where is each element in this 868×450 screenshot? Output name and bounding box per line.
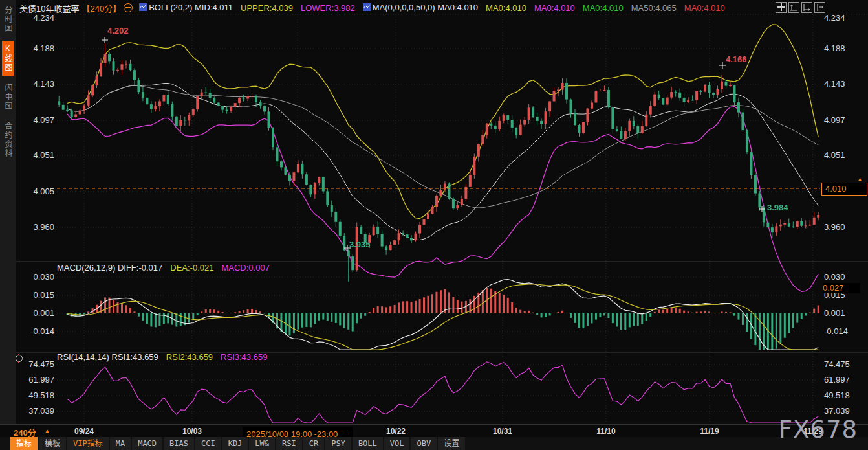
rsi-legend-text: RSI2:43.659 (166, 352, 213, 362)
sidebar-item-tab[interactable]: 闪电图 (2, 80, 14, 114)
move-icon[interactable] (776, 2, 787, 13)
legend-segment: UPPER:4.039 (241, 3, 293, 13)
legend-segment: BOLL(20,2) MID:4.011 (139, 3, 233, 12)
price-axis-label: 4.234 (17, 13, 54, 23)
toolbar-button-bias[interactable]: BIAS (164, 437, 194, 450)
shift-right-icon[interactable] (814, 2, 825, 13)
toolbar-button-ma[interactable]: MA (110, 437, 131, 450)
price-axis-label: 4.097 (824, 115, 864, 125)
rsi-axis-label: 74.475 (17, 359, 54, 369)
macd-axis-label: 0.001 (17, 308, 54, 318)
toolbar-button-cr[interactable]: CR (303, 437, 324, 450)
time-tick-label: 10/03 (182, 427, 202, 436)
time-tick-label: 11/10 (596, 427, 615, 436)
macd-legend-text: MACD:0.007 (221, 263, 269, 273)
price-axis-label: 4.051 (824, 150, 864, 160)
price-axis-label: 3.960 (17, 222, 54, 232)
macd-legend-text: DEA:-0.021 (170, 263, 213, 273)
rsi-pane-icon (16, 355, 23, 362)
time-axis: 240分 ▲ 09/2410/032025/10/08 19:00~23:00 … (0, 424, 868, 438)
watermark: FX678 (779, 416, 858, 444)
time-tick-label: 10/31 (493, 427, 512, 436)
macd-axis-label: 0.030 (17, 272, 54, 282)
sidebar-item-tab[interactable]: 合约资料 (2, 118, 14, 161)
price-axis-label: 4.234 (824, 13, 864, 23)
toolbar-button-kdj[interactable]: KDJ (222, 437, 248, 450)
rsi-axis-label: 61.997 (824, 375, 864, 385)
rsi-axis-label: 49.518 (824, 390, 864, 400)
price-axis-label: 4.188 (824, 43, 864, 53)
chart-canvas[interactable] (0, 0, 868, 450)
macd-axis-label: 0.015 (17, 290, 54, 300)
legend-segment: MA0:4.010 (684, 3, 725, 13)
legend-text: MA(0,0,0,0,50,0) MA0:4.010 (373, 3, 478, 12)
price-axis-label: 4.143 (824, 79, 864, 89)
legend-segment: MA50:4.065 (631, 3, 677, 13)
toolbar-button-vol[interactable]: VOL (384, 437, 410, 450)
legend-text: UPPER:4.039 (241, 3, 293, 13)
legend-text: LOWER:3.982 (301, 3, 355, 13)
rsi-legend-text: RSI3:43.659 (221, 352, 267, 362)
interval-dropdown-icon[interactable]: ▲ (44, 427, 50, 434)
macd-axis-label: 0.030 (824, 272, 864, 282)
price-extreme-label: 4.166 (726, 54, 747, 64)
rsi-header: RSI(14,14,14) RSI1:43.659RSI2:43.659RSI3… (57, 352, 275, 362)
indicator-toolbar: 指标模板VIP指标MAMACDBIASCCIKDJLW&RSICRPSYBOLL… (0, 437, 868, 450)
legend-segment: MA0:4.010 (486, 3, 526, 13)
time-tick-label: 10/22 (386, 427, 406, 436)
toolbar-button-psy[interactable]: PSY (325, 437, 351, 450)
interval-badge: 【240分】 (81, 2, 121, 14)
macd-axis-label: -0.014 (17, 326, 54, 336)
price-axis-label: 4.097 (17, 115, 54, 125)
left-sidebar: 分时图K线图闪电图合约资料 (0, 0, 16, 424)
legend-text: MA0:4.010 (583, 3, 624, 13)
chart-application: 分时图K线图闪电图合约资料 美债10年收益率 【240分】 BOLL(20,2)… (0, 0, 868, 450)
price-axis-label: 4.188 (17, 43, 54, 53)
time-tick-label: 09/24 (74, 427, 94, 436)
legend-segment: MA0:4.010 (534, 3, 575, 13)
rsi-axis-label: 37.039 (824, 406, 864, 416)
legend-segment: MA(0,0,0,0,50,0) MA0:4.010 (363, 3, 478, 12)
sidebar-item-tab[interactable]: 分时图 (2, 3, 14, 36)
legend-segment: MA0:4.010 (583, 3, 624, 13)
scale-up-icon[interactable] (788, 2, 799, 13)
chart-header: 美债10年收益率 【240分】 BOLL(20,2) MID:4.011UPPE… (19, 1, 733, 14)
rsi-legend-text: RSI(14,14,14) RSI1:43.659 (57, 352, 158, 362)
sidebar-item-active[interactable]: K线图 (2, 41, 14, 76)
price-axis-label: 4.051 (17, 150, 54, 160)
toolbar-button-obv[interactable]: OBV (411, 437, 437, 450)
toolbar-button-[interactable]: 模板 (39, 437, 66, 450)
toolbar-button-boll[interactable]: BOLL (353, 437, 383, 450)
indicator-legend: BOLL(20,2) MID:4.011UPPER:4.039LOWER:3.9… (139, 3, 733, 14)
rsi-axis-label: 61.997 (17, 375, 54, 385)
price-axis-label: 4.143 (17, 79, 54, 89)
legend-segment: LOWER:3.982 (301, 3, 355, 13)
macd-header: MACD(26,12,9) DIFF:-0.017DEA:-0.021MACD:… (57, 263, 277, 273)
collapse-circle-icon[interactable] (124, 3, 133, 12)
legend-text: MA0:4.010 (684, 3, 725, 13)
chart-tool-icons (776, 2, 825, 13)
toolbar-button-macd[interactable]: MACD (132, 437, 162, 450)
macd-axis-label: -0.014 (824, 326, 864, 336)
rsi-axis-label: 74.475 (824, 359, 864, 369)
legend-text: MA0:4.010 (534, 3, 575, 13)
price-extreme-label: 3.984 (767, 203, 788, 212)
instrument-title: 美债10年收益率 (19, 2, 79, 14)
macd-legend-text: MACD(26,12,9) DIFF:-0.017 (57, 263, 162, 273)
toolbar-button-rsi[interactable]: RSI (276, 437, 302, 450)
toolbar-button-[interactable]: 指标 (10, 437, 38, 450)
toolbar-button-cci[interactable]: CCI (195, 437, 221, 450)
scroll-latest-arrow-icon[interactable]: ▲ (857, 176, 863, 183)
macd-axis-label: 0.001 (824, 308, 864, 318)
price-axis-label: 4.005 (17, 186, 54, 196)
time-tick-label: 11/19 (700, 427, 719, 436)
indicator-chart-icon (139, 3, 147, 11)
toolbar-button-vip[interactable]: VIP指标 (67, 437, 109, 450)
legend-text: BOLL(20,2) MID:4.011 (149, 3, 233, 12)
price-extreme-label: 4.202 (107, 26, 129, 36)
macd-axis-tag: 0.027 (823, 283, 860, 293)
rsi-axis-label: 37.039 (17, 406, 54, 416)
toolbar-button-lw[interactable]: LW& (249, 437, 275, 450)
scale-right-icon[interactable] (801, 2, 812, 13)
toolbar-button-[interactable]: 设置 (438, 437, 465, 450)
